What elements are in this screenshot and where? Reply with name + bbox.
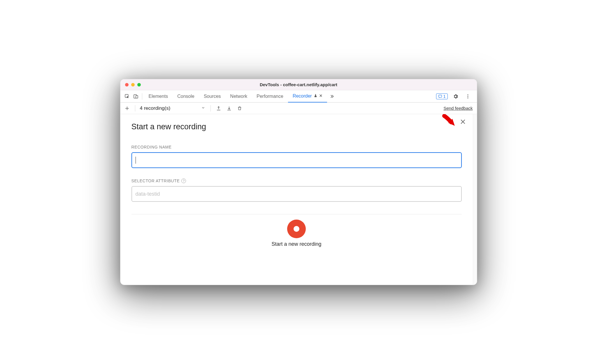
recording-name-label: Recording Name [131, 145, 462, 149]
record-button[interactable] [287, 220, 306, 238]
more-tabs-icon[interactable] [327, 92, 336, 101]
close-panel-icon[interactable] [460, 119, 466, 126]
recorder-toolbar: 4 recording(s) Send feedback [120, 103, 477, 114]
tab-performance[interactable]: Performance [252, 90, 288, 102]
devtools-window: DevTools - coffee-cart.netlify.app/cart … [120, 79, 477, 285]
kebab-menu-icon[interactable] [463, 92, 472, 101]
add-recording-icon[interactable] [123, 104, 131, 113]
tab-recorder[interactable]: Recorder [288, 91, 327, 103]
separator [210, 105, 211, 112]
issues-count: 1 [443, 94, 446, 99]
tab-console[interactable]: Console [173, 90, 199, 102]
record-icon [294, 226, 299, 232]
traffic-lights [125, 83, 141, 86]
chevron-down-icon[interactable] [175, 106, 205, 111]
selector-attribute-input[interactable] [131, 186, 462, 202]
send-feedback-link[interactable]: Send feedback [443, 106, 473, 111]
selector-attribute-label: Selector Attribute ? [131, 179, 462, 183]
svg-point-5 [467, 96, 468, 97]
separator [142, 93, 142, 100]
export-icon[interactable] [214, 104, 223, 113]
text-caret [136, 157, 136, 164]
tab-network[interactable]: Network [226, 90, 252, 102]
settings-icon[interactable] [451, 92, 460, 101]
window-title: DevTools - coffee-cart.netlify.app/cart [120, 82, 477, 87]
tab-sources[interactable]: Sources [199, 90, 226, 102]
import-icon[interactable] [225, 104, 233, 113]
selector-attribute-label-text: Selector Attribute [131, 179, 180, 183]
page-heading: Start a new recording [131, 122, 462, 131]
inspect-element-icon[interactable] [123, 92, 131, 101]
flask-icon [314, 94, 317, 98]
recording-count-dropdown[interactable]: 4 recording(s) [139, 105, 173, 111]
recording-name-input[interactable] [131, 152, 462, 168]
scrollbar[interactable] [473, 114, 477, 285]
svg-point-6 [467, 97, 468, 98]
close-window-button[interactable] [125, 83, 129, 86]
zoom-window-button[interactable] [137, 83, 141, 86]
device-toggle-icon[interactable] [131, 92, 140, 101]
recording-count-label: 4 recording(s) [140, 105, 171, 111]
minimize-window-button[interactable] [131, 83, 135, 86]
close-tab-icon[interactable] [319, 94, 322, 98]
separator [135, 105, 135, 112]
devtools-tabstrip: Elements Console Sources Network Perform… [120, 90, 477, 103]
svg-rect-3 [438, 95, 442, 97]
tab-recorder-label: Recorder [293, 93, 312, 99]
help-icon[interactable]: ? [181, 179, 186, 183]
svg-point-4 [467, 94, 468, 95]
svg-rect-2 [136, 96, 138, 98]
recorder-panel: Start a new recording Recording Name Sel… [120, 114, 473, 285]
tab-elements[interactable]: Elements [144, 90, 173, 102]
issues-badge[interactable]: 1 [436, 93, 448, 99]
record-button-label: Start a new recording [131, 241, 462, 247]
delete-icon[interactable] [235, 104, 244, 113]
titlebar: DevTools - coffee-cart.netlify.app/cart [120, 79, 477, 90]
